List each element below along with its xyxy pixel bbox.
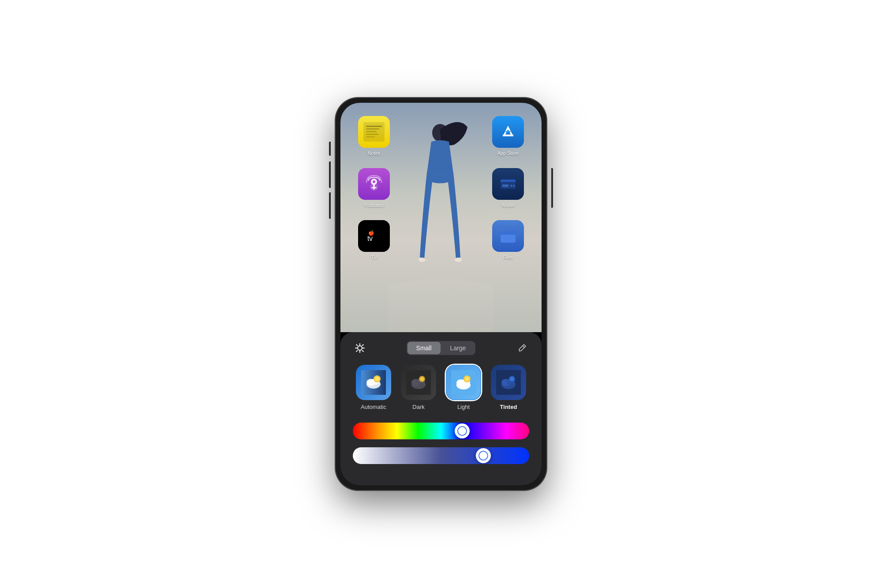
style-dark-icon bbox=[401, 365, 436, 400]
hue-slider-container bbox=[353, 423, 529, 439]
tv-icon: 🍎 tv bbox=[358, 220, 390, 252]
mute-button bbox=[329, 142, 331, 156]
notes-label: Notes bbox=[368, 150, 381, 156]
phone-container: Notes bbox=[326, 97, 556, 491]
size-large-button[interactable]: Large bbox=[441, 342, 475, 354]
app-row-3: 🍎 tv TV bbox=[355, 220, 527, 260]
app-notes[interactable]: Notes bbox=[355, 116, 393, 156]
style-tinted-label: Tinted bbox=[500, 404, 517, 410]
style-options: Automatic bbox=[353, 365, 529, 410]
hue-slider-thumb[interactable] bbox=[455, 423, 470, 438]
panel-top-row: Small Large bbox=[353, 341, 529, 355]
svg-line-29 bbox=[363, 351, 363, 352]
svg-point-38 bbox=[375, 377, 379, 381]
svg-rect-18 bbox=[502, 184, 508, 187]
svg-rect-10 bbox=[366, 136, 375, 138]
saturation-slider-thumb[interactable] bbox=[476, 448, 491, 463]
saturation-thumb-inner bbox=[478, 451, 488, 461]
style-tinted-icon bbox=[491, 365, 526, 400]
appstore-label: App Store bbox=[497, 150, 519, 156]
svg-rect-9 bbox=[366, 134, 378, 135]
svg-line-32 bbox=[523, 346, 524, 348]
app-appstore[interactable]: App Store bbox=[489, 116, 527, 156]
style-dark-label: Dark bbox=[412, 404, 424, 410]
hue-slider-track[interactable] bbox=[353, 423, 529, 439]
wallet-icon bbox=[492, 168, 524, 200]
svg-point-23 bbox=[358, 346, 362, 350]
style-tinted[interactable]: Tinted bbox=[488, 365, 529, 410]
home-screen: Notes bbox=[340, 103, 542, 332]
hue-thumb-inner bbox=[457, 426, 467, 436]
svg-point-20 bbox=[513, 185, 515, 187]
svg-line-28 bbox=[356, 345, 357, 345]
podcasts-label: Podcasts bbox=[364, 202, 384, 208]
power-button bbox=[551, 168, 553, 208]
saturation-slider-track[interactable] bbox=[353, 447, 529, 464]
style-light-icon bbox=[446, 365, 481, 400]
tv-label: TV bbox=[371, 255, 377, 260]
app-row-2: Podcasts bbox=[355, 168, 527, 208]
svg-rect-14 bbox=[371, 187, 377, 188]
app-row-1: Notes bbox=[355, 116, 527, 156]
style-automatic[interactable]: Automatic bbox=[353, 365, 394, 410]
app-tv[interactable]: 🍎 tv TV bbox=[355, 220, 393, 260]
app-grid: Notes bbox=[340, 103, 542, 332]
wallet-label: Wallet bbox=[501, 202, 515, 208]
phone-frame: Notes bbox=[335, 97, 547, 491]
saturation-slider-container bbox=[353, 447, 529, 464]
size-toggle: Small Large bbox=[407, 341, 476, 355]
svg-rect-13 bbox=[373, 184, 375, 190]
volume-up-button bbox=[329, 161, 331, 188]
svg-point-44 bbox=[420, 377, 424, 381]
customize-panel: Small Large bbox=[340, 332, 542, 485]
svg-rect-6 bbox=[366, 126, 382, 127]
phone-screen: Notes bbox=[340, 103, 542, 485]
podcasts-icon bbox=[358, 168, 390, 200]
style-automatic-label: Automatic bbox=[361, 404, 386, 410]
svg-rect-8 bbox=[366, 131, 377, 132]
size-small-button[interactable]: Small bbox=[407, 342, 441, 354]
style-automatic-icon bbox=[356, 365, 391, 400]
notes-icon bbox=[358, 116, 390, 148]
svg-point-12 bbox=[373, 180, 375, 183]
app-wallet[interactable]: Wallet bbox=[489, 168, 527, 208]
style-light-label: Light bbox=[457, 404, 470, 410]
style-dark[interactable]: Dark bbox=[398, 365, 439, 410]
style-light[interactable]: Light bbox=[443, 365, 484, 410]
app-files[interactable]: Files bbox=[489, 220, 527, 260]
svg-rect-7 bbox=[366, 128, 379, 130]
brightness-icon[interactable] bbox=[353, 341, 367, 355]
eyedropper-button[interactable] bbox=[515, 341, 529, 355]
files-label: Files bbox=[503, 255, 513, 260]
volume-down-button bbox=[329, 192, 331, 219]
svg-text:tv: tv bbox=[367, 235, 373, 242]
svg-point-56 bbox=[510, 377, 514, 381]
appstore-icon bbox=[492, 116, 524, 148]
svg-point-19 bbox=[510, 185, 512, 187]
svg-line-30 bbox=[363, 345, 363, 345]
files-icon bbox=[492, 220, 524, 252]
app-podcasts[interactable]: Podcasts bbox=[355, 168, 393, 208]
svg-point-50 bbox=[465, 377, 469, 381]
svg-line-31 bbox=[356, 351, 357, 352]
